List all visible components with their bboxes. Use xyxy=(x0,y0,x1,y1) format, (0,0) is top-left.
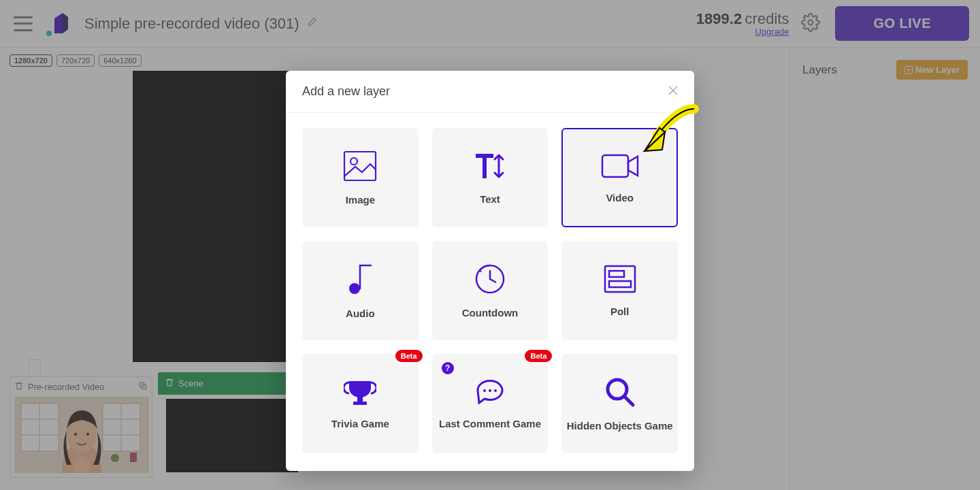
svg-point-32 xyxy=(489,389,491,392)
modal-title: Add a new layer xyxy=(302,84,390,99)
tile-label: Last Comment Game xyxy=(439,418,541,429)
layer-tile-hidden-objects[interactable]: Hidden Objects Game xyxy=(561,354,678,453)
svg-rect-20 xyxy=(344,152,376,180)
tile-label: Hidden Objects Game xyxy=(567,420,673,431)
tile-label: Poll xyxy=(610,306,630,317)
tile-label: Video xyxy=(606,192,634,203)
tile-label: Text xyxy=(480,193,500,205)
layer-tile-trivia[interactable]: Beta Trivia Game xyxy=(302,354,419,453)
layer-tile-audio[interactable]: Audio xyxy=(302,241,419,340)
svg-rect-22 xyxy=(602,155,628,177)
help-icon[interactable]: ? xyxy=(442,362,454,374)
svg-point-33 xyxy=(494,389,497,392)
tile-label: Audio xyxy=(346,308,375,319)
add-layer-modal: Add a new layer Image Tex xyxy=(286,71,694,471)
svg-point-21 xyxy=(350,158,357,165)
beta-badge: Beta xyxy=(525,350,552,362)
layer-tile-video[interactable]: Video xyxy=(561,128,678,227)
tile-label: Trivia Game xyxy=(331,418,389,429)
layer-tile-countdown[interactable]: Countdown xyxy=(432,241,549,340)
layer-tile-poll[interactable]: Poll xyxy=(561,241,678,340)
tile-label: Image xyxy=(346,194,375,206)
layer-tile-text[interactable]: Text xyxy=(432,128,549,227)
svg-rect-27 xyxy=(609,281,631,287)
close-icon[interactable] xyxy=(668,84,678,99)
tile-label: Countdown xyxy=(462,307,518,318)
svg-rect-25 xyxy=(605,266,635,292)
svg-rect-29 xyxy=(357,396,363,402)
svg-rect-30 xyxy=(353,402,367,405)
svg-line-35 xyxy=(625,397,633,405)
svg-rect-26 xyxy=(609,271,624,277)
layer-tile-image[interactable]: Image xyxy=(302,128,419,227)
layer-tile-last-comment[interactable]: Beta ? Last Comment Game xyxy=(432,354,549,453)
beta-badge: Beta xyxy=(395,350,423,362)
svg-point-31 xyxy=(483,389,486,392)
svg-point-23 xyxy=(349,283,360,294)
